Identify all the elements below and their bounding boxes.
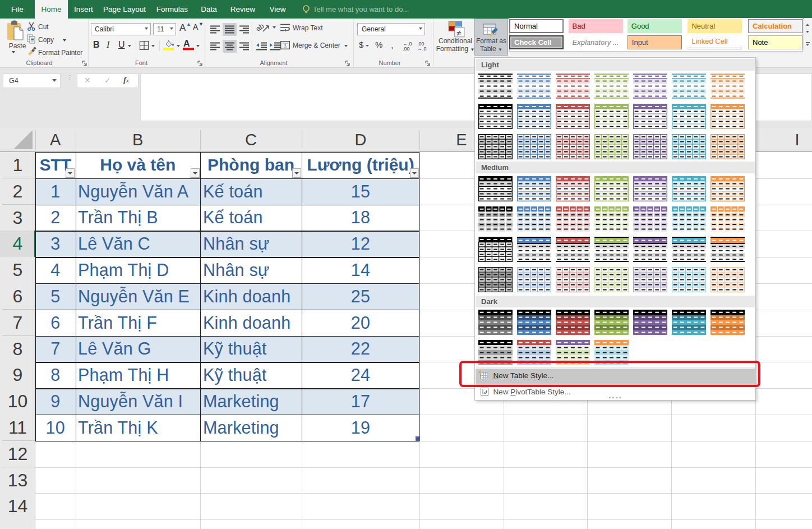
svg-text:.00: .00 xyxy=(403,46,410,52)
svg-text:→.0: →.0 xyxy=(417,46,427,52)
svg-text:≠: ≠ xyxy=(456,29,461,38)
